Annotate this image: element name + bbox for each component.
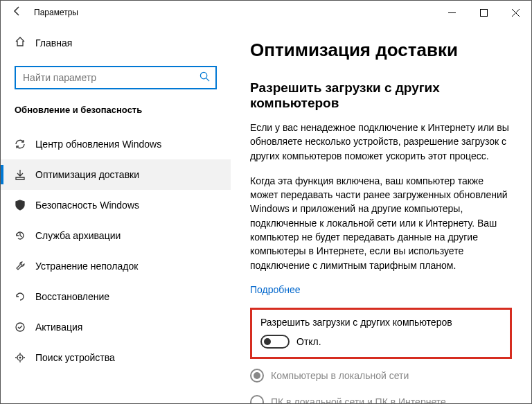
sidebar-item-label: Восстановление xyxy=(35,291,109,302)
sidebar-item-finddevice[interactable]: Поиск устройства xyxy=(1,342,231,373)
sidebar-item-label: Оптимизация доставки xyxy=(35,169,139,180)
svg-line-5 xyxy=(206,78,209,81)
allow-downloads-toggle[interactable] xyxy=(260,335,290,349)
sidebar-item-security[interactable]: Безопасность Windows xyxy=(1,190,231,220)
back-button[interactable] xyxy=(8,6,27,19)
check-icon xyxy=(15,322,35,333)
sidebar-item-troubleshoot[interactable]: Устранение неполадок xyxy=(1,251,231,281)
backup-icon xyxy=(15,230,35,241)
radio-option-internet[interactable]: ПК в локальной сети и ПК в Интернете xyxy=(250,395,512,403)
sidebar-item-label: Поиск устройства xyxy=(35,352,115,363)
minimize-button[interactable] xyxy=(436,1,468,24)
radio-icon xyxy=(250,369,264,383)
sidebar-item-label: Служба архивации xyxy=(35,230,121,241)
toggle-state-text: Откл. xyxy=(296,336,321,347)
section-title: Разрешить загрузки с других компьютеров xyxy=(250,80,512,111)
svg-point-4 xyxy=(200,72,206,78)
description-1: Если у вас ненадежное подключение к Инте… xyxy=(250,121,512,163)
learn-more-link[interactable]: Подробнее xyxy=(250,284,301,295)
sidebar-item-update[interactable]: Центр обновления Windows xyxy=(1,129,231,159)
home-label: Главная xyxy=(35,37,72,49)
shield-icon xyxy=(15,200,35,211)
sidebar-item-label: Безопасность Windows xyxy=(35,200,139,211)
highlight-annotation: Разрешить загрузки с других компьютеров … xyxy=(250,308,512,359)
home-link[interactable]: Главная xyxy=(1,30,231,56)
description-2: Когда эта функция включена, ваш компьюте… xyxy=(250,174,512,272)
radio-icon xyxy=(250,395,264,403)
sidebar-item-label: Активация xyxy=(35,322,82,333)
search-icon[interactable] xyxy=(200,71,210,84)
section-heading: Обновление и безопасность xyxy=(1,100,231,129)
sync-icon xyxy=(15,139,35,150)
wrench-icon xyxy=(15,261,35,272)
search-input[interactable] xyxy=(15,66,217,89)
sidebar-item-activation[interactable]: Активация xyxy=(1,312,231,342)
toggle-label: Разрешить загрузки с других компьютеров xyxy=(260,317,502,328)
sidebar-item-backup[interactable]: Служба архивации xyxy=(1,220,231,251)
page-title: Оптимизация доставки xyxy=(250,39,512,61)
close-button[interactable] xyxy=(499,1,531,24)
svg-point-6 xyxy=(16,323,24,331)
sidebar: Главная Обновление и безопасность Центр … xyxy=(1,24,231,403)
window-title: Параметры xyxy=(27,8,436,17)
sidebar-item-label: Устранение неполадок xyxy=(35,261,138,272)
delivery-icon xyxy=(15,169,35,180)
sidebar-item-restore[interactable]: Восстановление xyxy=(1,281,231,312)
home-icon xyxy=(15,36,35,50)
main-content: Оптимизация доставки Разрешить загрузки … xyxy=(231,24,531,403)
sidebar-item-label: Центр обновления Windows xyxy=(35,139,161,150)
locate-icon xyxy=(15,352,35,363)
maximize-button[interactable] xyxy=(468,1,499,24)
svg-rect-1 xyxy=(480,9,487,16)
radio-label: Компьютеры в локальной сети xyxy=(271,370,409,381)
svg-point-8 xyxy=(19,357,21,359)
radio-option-lan[interactable]: Компьютеры в локальной сети xyxy=(250,369,512,383)
restore-icon xyxy=(15,291,35,302)
radio-label: ПК в локальной сети и ПК в Интернете xyxy=(271,396,446,403)
sidebar-item-delivery[interactable]: Оптимизация доставки xyxy=(1,159,231,190)
